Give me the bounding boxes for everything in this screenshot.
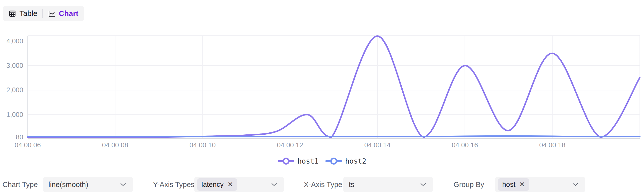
chevron-down-icon: [420, 183, 426, 186]
group-by-select[interactable]: host ✕: [495, 177, 585, 192]
chevron-down-icon: [120, 183, 126, 186]
chart-type-value: line(smooth): [48, 181, 88, 189]
y-axis-tick-label: 80: [16, 133, 23, 141]
y-axis-tag-text: latency: [202, 181, 224, 189]
chart-type-select[interactable]: line(smooth): [43, 177, 133, 192]
y-axis-types-select[interactable]: latency ✕: [194, 177, 284, 192]
y-axis-tag-latency: latency ✕: [197, 178, 237, 191]
y-axis-tick-label: 4,000: [6, 37, 23, 45]
x-axis-type-label: X-Axis Type: [304, 177, 342, 192]
chevron-down-icon: [271, 183, 277, 186]
group-by-label: Group By: [454, 177, 484, 192]
x-axis-type-value: ts: [349, 181, 354, 189]
legend-marker-icon: [326, 157, 342, 165]
chart-type-label: Chart Type: [2, 177, 38, 192]
x-axis-type-select[interactable]: ts: [343, 177, 433, 192]
y-axis-tick-label: 3,000: [6, 62, 23, 69]
legend-label: host2: [345, 157, 366, 165]
legend-label: host1: [298, 157, 318, 165]
legend-item-host1[interactable]: host1: [278, 157, 318, 165]
y-axis-types-label: Y-Axis Types: [153, 177, 194, 192]
remove-tag-icon[interactable]: ✕: [519, 181, 525, 188]
x-axis-tick-label: 04:00:12: [277, 141, 303, 149]
chart-canvas[interactable]: 801,0002,0003,0004,00004:00:0604:00:0804…: [0, 0, 644, 155]
chart-legend: host1 host2: [0, 157, 644, 165]
x-axis-tick-label: 04:00:10: [190, 141, 216, 149]
x-axis-tick-label: 04:00:14: [364, 141, 391, 149]
legend-item-host2[interactable]: host2: [326, 157, 366, 165]
x-axis-tick-label: 04:00:08: [102, 141, 128, 149]
data-explorer-view: Table Chart 801,0002,0003,0004,00004:00:…: [0, 0, 644, 193]
x-axis-tick-label: 04:00:18: [539, 141, 565, 149]
remove-tag-icon[interactable]: ✕: [228, 181, 233, 188]
y-axis-tick-label: 1,000: [6, 111, 23, 118]
group-by-tag-text: host: [502, 181, 516, 189]
series-line-host2[interactable]: [28, 136, 640, 137]
chevron-down-icon: [572, 183, 578, 186]
x-axis-tick-label: 04:00:16: [452, 141, 478, 149]
legend-marker-icon: [278, 157, 294, 165]
x-axis-tick-label: 04:00:06: [14, 141, 41, 149]
y-axis-tick-label: 2,000: [6, 86, 23, 94]
group-by-tag-host: host ✕: [498, 178, 529, 191]
series-line-host1[interactable]: [28, 36, 640, 137]
